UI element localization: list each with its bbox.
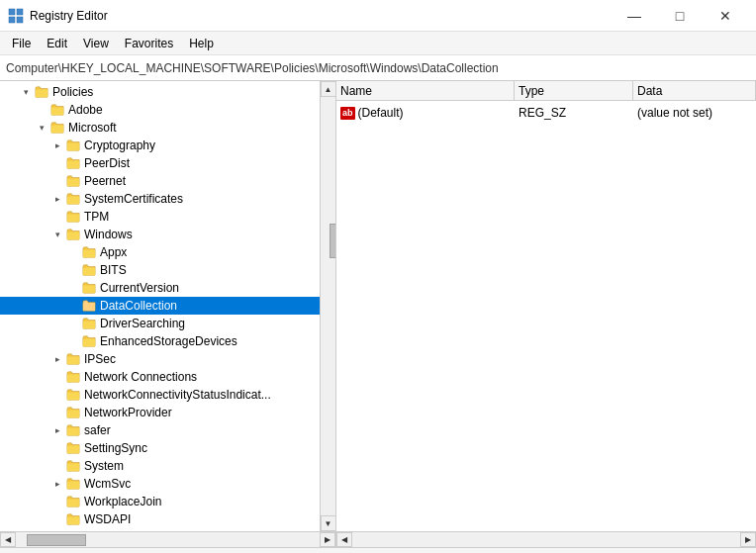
tree-label-appx: Appx bbox=[100, 245, 127, 259]
tree-scroll-down[interactable]: ▼ bbox=[321, 515, 336, 531]
tree-arrow-wcmsvc[interactable] bbox=[49, 479, 65, 489]
tree-label-policies: Policies bbox=[52, 85, 93, 99]
tree-item-settingsync[interactable]: SettingSync bbox=[0, 439, 335, 457]
tree-item-system[interactable]: System bbox=[0, 457, 335, 475]
tree-item-cryptography[interactable]: Cryptography bbox=[0, 137, 335, 154]
tree-item-workplacejoin[interactable]: WorkplaceJoin bbox=[0, 493, 335, 510]
folder-icon-networkconnectivitystatusindicator bbox=[65, 387, 81, 403]
tree-label-driversearching: DriverSearching bbox=[100, 317, 185, 330]
tree-item-peernet[interactable]: Peernet bbox=[0, 172, 335, 190]
hscroll-left-track[interactable] bbox=[16, 532, 320, 547]
tree-arrow-cryptography[interactable] bbox=[49, 140, 65, 150]
hscrollbar-left: ◀ ▶ bbox=[0, 532, 336, 547]
tree-label-settingsync: SettingSync bbox=[84, 441, 147, 455]
close-button[interactable]: ✕ bbox=[703, 0, 748, 32]
hscroll-left-arrow[interactable]: ◀ bbox=[0, 532, 16, 547]
status-bar bbox=[0, 547, 756, 553]
folder-icon-systemcertificates bbox=[65, 191, 81, 207]
tree-label-microsoft: Microsoft bbox=[68, 121, 117, 135]
folder-icon-appx bbox=[81, 244, 97, 260]
tree-arrow-safer[interactable] bbox=[49, 425, 65, 435]
ab-badge: ab bbox=[340, 107, 355, 120]
tree-arrow-ipsec[interactable] bbox=[49, 354, 65, 364]
folder-icon-wsdapi bbox=[65, 511, 81, 527]
menu-item-file[interactable]: File bbox=[4, 35, 39, 52]
tree-item-driversearching[interactable]: DriverSearching bbox=[0, 315, 335, 332]
tree-item-safer[interactable]: safer bbox=[0, 421, 335, 439]
entry-name: (Default) bbox=[358, 106, 404, 120]
col-header-type: Type bbox=[515, 81, 633, 100]
tree-label-networkconnections: Network Connections bbox=[84, 370, 197, 384]
folder-icon-bits bbox=[81, 262, 97, 278]
title-bar-left: Registry Editor bbox=[8, 8, 108, 24]
address-path: Computer\HKEY_LOCAL_MACHINE\SOFTWARE\Pol… bbox=[6, 61, 750, 75]
tree-label-enhancedstoragedevices: EnhancedStorageDevices bbox=[100, 334, 237, 348]
hscroll-right-arrow[interactable]: ▶ bbox=[320, 532, 335, 547]
col-header-name: Name bbox=[336, 81, 515, 100]
tree-item-currentversion[interactable]: CurrentVersion bbox=[0, 279, 335, 297]
menu-bar: FileEditViewFavoritesHelp bbox=[0, 32, 756, 55]
folder-icon-cryptography bbox=[65, 138, 81, 153]
maximize-button[interactable]: □ bbox=[657, 0, 703, 32]
tree-item-enhancedstoragedevices[interactable]: EnhancedStorageDevices bbox=[0, 332, 335, 350]
registry-icon bbox=[8, 8, 24, 24]
right-panel: Name Type Data ab(Default)REG_SZ(value n… bbox=[336, 81, 756, 531]
tree-item-bits[interactable]: BITS bbox=[0, 261, 335, 279]
window-title: Registry Editor bbox=[30, 9, 108, 23]
title-bar: Registry Editor — □ ✕ bbox=[0, 0, 756, 32]
tree-item-adobe[interactable]: Adobe bbox=[0, 101, 335, 119]
tree-item-microsoft[interactable]: Microsoft bbox=[0, 119, 335, 137]
folder-icon-workplacejoin bbox=[65, 494, 81, 509]
menu-item-edit[interactable]: Edit bbox=[39, 35, 75, 52]
folder-icon-ipsec bbox=[65, 351, 81, 367]
folder-icon-wcmsvc bbox=[65, 476, 81, 492]
col-header-data: Data bbox=[633, 81, 756, 100]
tree-label-adobe: Adobe bbox=[68, 103, 103, 117]
tree-scrollbar[interactable]: ▲ ▼ bbox=[320, 81, 335, 531]
tree-label-networkconnectivitystatusindicator: NetworkConnectivityStatusIndicat... bbox=[84, 388, 271, 402]
folder-icon-windowsadvancedthreatprotection bbox=[65, 529, 81, 531]
tree-scroll-up[interactable]: ▲ bbox=[321, 81, 336, 97]
tree-scroll-thumb[interactable] bbox=[330, 224, 337, 258]
data-cell-type: REG_SZ bbox=[515, 106, 633, 120]
tree-arrow-microsoft[interactable] bbox=[34, 123, 49, 133]
tree-arrow-systemcertificates[interactable] bbox=[49, 194, 65, 204]
tree-item-peerdist[interactable]: PeerDist bbox=[0, 154, 335, 172]
data-content: ab(Default)REG_SZ(value not set) bbox=[336, 101, 756, 531]
menu-item-help[interactable]: Help bbox=[181, 35, 222, 52]
folder-icon-safer bbox=[65, 422, 81, 438]
tree-arrow-policies[interactable] bbox=[18, 87, 34, 97]
tree-item-tpm[interactable]: TPM bbox=[0, 208, 335, 226]
hscroll-right-left-arrow[interactable]: ◀ bbox=[336, 532, 352, 547]
tree-item-systemcertificates[interactable]: SystemCertificates bbox=[0, 190, 335, 208]
folder-icon-windows bbox=[65, 227, 81, 242]
tree-label-system: System bbox=[84, 459, 124, 473]
tree-arrow-windows[interactable] bbox=[49, 230, 65, 239]
folder-icon-driversearching bbox=[81, 316, 97, 331]
tree-item-ipsec[interactable]: IPSec bbox=[0, 350, 335, 368]
menu-item-favorites[interactable]: Favorites bbox=[117, 35, 181, 52]
tree-item-networkprovider[interactable]: NetworkProvider bbox=[0, 404, 335, 421]
tree-item-networkconnections[interactable]: Network Connections bbox=[0, 368, 335, 386]
minimize-button[interactable]: — bbox=[612, 0, 657, 32]
tree-item-wsdapi[interactable]: WSDAPI bbox=[0, 510, 335, 528]
tree-item-windowsadvancedthreatprotection[interactable]: Windows Advanced Threat Protectio... bbox=[0, 528, 335, 531]
folder-icon-settingsync bbox=[65, 440, 81, 456]
tree-item-datacollection[interactable]: DataCollection bbox=[0, 297, 335, 315]
tree-item-wcmsvc[interactable]: WcmSvc bbox=[0, 475, 335, 493]
tree-label-systemcertificates: SystemCertificates bbox=[84, 192, 183, 206]
tree-item-networkconnectivitystatusindicator[interactable]: NetworkConnectivityStatusIndicat... bbox=[0, 386, 335, 404]
folder-icon-adobe bbox=[49, 102, 65, 118]
tree-item-windows[interactable]: Windows bbox=[0, 226, 335, 243]
hscroll-right-right-arrow[interactable]: ▶ bbox=[740, 532, 756, 547]
folder-icon-microsoft bbox=[49, 120, 65, 136]
hscroll-left-thumb[interactable] bbox=[27, 534, 86, 546]
svg-rect-2 bbox=[9, 17, 15, 23]
hscrollbar: ◀ ▶ ◀ ▶ bbox=[0, 531, 756, 547]
menu-item-view[interactable]: View bbox=[75, 35, 117, 52]
data-row-default[interactable]: ab(Default)REG_SZ(value not set) bbox=[336, 103, 756, 123]
tree-item-appx[interactable]: Appx bbox=[0, 243, 335, 261]
data-cell-name: ab(Default) bbox=[336, 106, 515, 120]
tree-item-policies[interactable]: Policies bbox=[0, 83, 335, 101]
hscroll-right-track[interactable] bbox=[352, 532, 740, 547]
